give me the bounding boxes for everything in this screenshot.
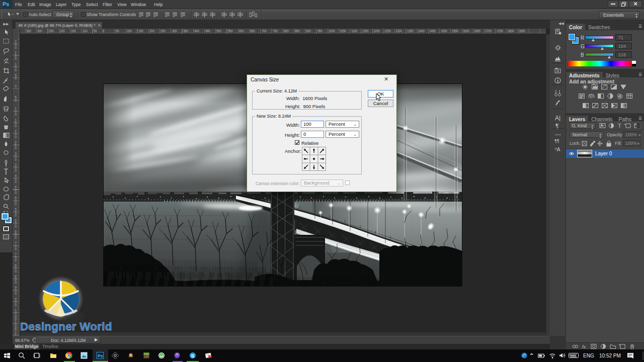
svg-text:A|: A| — [555, 115, 560, 121]
svg-text:Desingner World: Desingner World — [20, 320, 112, 333]
svg-text:Ps: Ps — [98, 353, 103, 358]
svg-text:¶¶: ¶¶ — [554, 138, 559, 143]
svg-text:ºA: ºA — [555, 147, 560, 152]
svg-text:S: S — [191, 353, 194, 358]
svg-text:T: T — [618, 123, 621, 129]
svg-text:fx.: fx. — [582, 344, 587, 349]
